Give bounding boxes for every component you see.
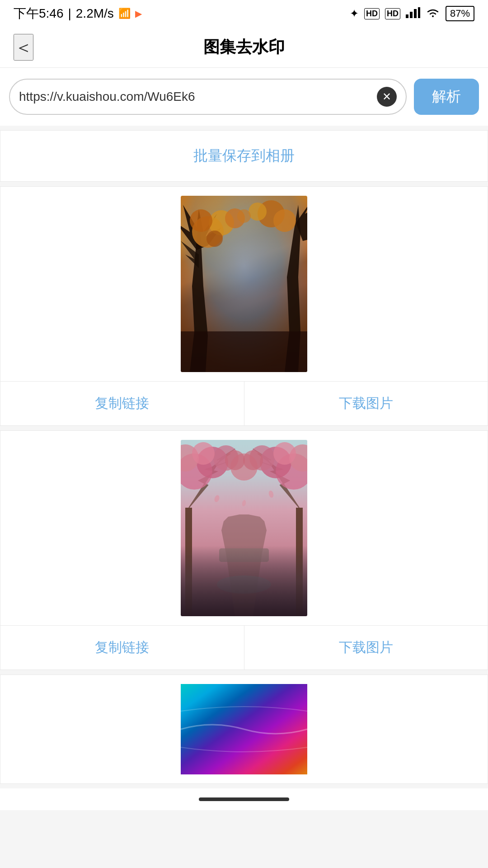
abstract-image: [181, 684, 307, 774]
back-button[interactable]: ＜: [14, 34, 33, 61]
hd-badge-1: HD: [364, 8, 380, 19]
copy-link-button-2[interactable]: 复制链接: [0, 626, 244, 670]
clear-icon: ✕: [382, 91, 391, 102]
svg-point-24: [192, 442, 215, 465]
svg-point-12: [206, 231, 223, 247]
status-divider: |: [68, 6, 71, 21]
image-preview-area-2: [0, 431, 488, 625]
page-title: 图集去水印: [203, 36, 285, 58]
image-card-3: [0, 675, 488, 784]
status-time-speed: 下午5:46 | 2.2M/s 📶 ▶: [14, 5, 142, 22]
signal-bars-icon: [406, 7, 420, 20]
status-bar: 下午5:46 | 2.2M/s 📶 ▶ ✦ HD HD 87%: [0, 0, 488, 27]
svg-point-32: [243, 450, 263, 470]
image-preview-area-3: [0, 675, 488, 783]
batch-save-button[interactable]: 批量保存到相册: [193, 140, 295, 172]
nav-bar: ＜ 图集去水印: [0, 27, 488, 68]
svg-rect-14: [181, 331, 307, 372]
download-button-1[interactable]: 下载图片: [244, 382, 488, 425]
svg-point-11: [249, 203, 267, 221]
svg-point-29: [273, 442, 296, 465]
home-indicator-bar: [199, 797, 289, 801]
cherry-blossom-image: [181, 440, 307, 616]
svg-rect-2: [414, 9, 417, 18]
wifi-icon: [426, 7, 440, 20]
image-cards-container: 复制链接 下载图片: [0, 186, 488, 788]
search-bar-container: ✕ 解析: [0, 68, 488, 126]
bottom-indicator: [0, 788, 488, 810]
signal-icon: 📶: [118, 8, 131, 19]
svg-rect-0: [406, 14, 408, 18]
image-card-1: 复制链接 下载图片: [0, 186, 488, 426]
clear-button[interactable]: ✕: [377, 87, 397, 107]
download-button-2[interactable]: 下载图片: [244, 626, 488, 670]
svg-rect-16: [219, 548, 269, 562]
status-time: 下午5:46: [14, 5, 64, 22]
status-network-speed: 2.2M/s: [76, 6, 114, 21]
svg-rect-19: [296, 508, 303, 616]
image-card-2: 复制链接 下载图片: [0, 430, 488, 670]
svg-point-13: [237, 209, 251, 223]
svg-point-31: [225, 450, 245, 470]
search-input-wrapper: ✕: [9, 79, 407, 115]
batch-save-container: 批量保存到相册: [0, 130, 488, 182]
image-preview-area-1: [0, 187, 488, 381]
card-1-actions: 复制链接 下载图片: [0, 381, 488, 425]
battery-status: 87%: [446, 6, 474, 21]
autumn-tree-image: [181, 196, 307, 372]
copy-link-button-1[interactable]: 复制链接: [0, 382, 244, 425]
parse-button[interactable]: 解析: [414, 79, 479, 115]
svg-point-10: [273, 209, 296, 232]
svg-point-7: [190, 209, 212, 232]
status-right-icons: ✦ HD HD 87%: [350, 6, 474, 21]
svg-point-17: [217, 576, 271, 594]
bluetooth-icon: ✦: [350, 7, 359, 20]
svg-rect-18: [185, 508, 192, 616]
battery-percent: 87: [450, 8, 461, 19]
play-icon: ▶: [135, 8, 142, 19]
hd-badge-2: HD: [385, 8, 400, 19]
card-2-actions: 复制链接 下载图片: [0, 625, 488, 670]
svg-rect-1: [410, 12, 413, 18]
svg-rect-3: [418, 7, 420, 18]
url-input[interactable]: [19, 90, 377, 104]
